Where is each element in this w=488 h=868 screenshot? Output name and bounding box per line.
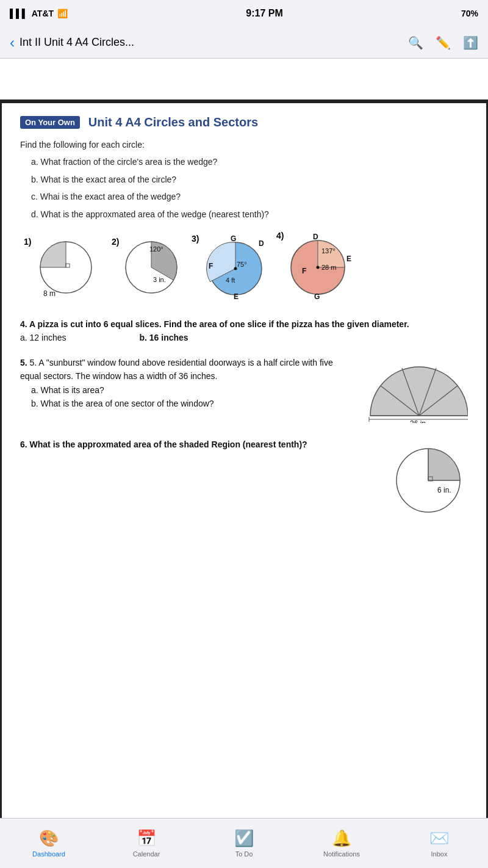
p5-image: 36 in. — [364, 356, 468, 427]
svg-text:4 ft: 4 ft — [226, 277, 235, 284]
status-time: 9:17 PM — [246, 8, 282, 19]
tab-dashboard[interactable]: 🎨 Dashboard — [18, 829, 79, 858]
svg-text:D: D — [313, 233, 318, 241]
svg-text:3 in.: 3 in. — [153, 276, 166, 283]
svg-text:G: G — [314, 292, 320, 299]
p5-a: a. What is its area? — [31, 383, 356, 397]
svg-text:E: E — [346, 255, 351, 263]
instruction-a: a. What fraction of the circle's area is… — [31, 155, 468, 168]
section-header: On Your Own Unit 4 A4 Circles and Sector… — [20, 115, 468, 129]
tab-calendar-label: Calendar — [133, 850, 160, 858]
svg-text:28 m: 28 m — [321, 264, 336, 271]
diagram-1: 1) 8 m — [32, 238, 99, 299]
dashboard-icon: 🎨 — [39, 829, 59, 848]
notifications-icon: 🔔 — [332, 829, 351, 848]
tab-inbox-label: Inbox — [431, 850, 448, 858]
signal-icon: ▌▌▌ — [10, 9, 28, 18]
p4-b: b. 16 inches — [140, 331, 188, 344]
p4-text: 4. A pizza is cut into 6 equal slices. F… — [20, 319, 409, 329]
diagram-2-num: 2) — [112, 237, 119, 247]
p4-a: a. 12 inches — [20, 331, 66, 344]
carrier-label: AT&T — [32, 9, 54, 18]
svg-text:8 m: 8 m — [43, 289, 56, 298]
tab-notifications-label: Notifications — [323, 850, 360, 858]
status-bar: ▌▌▌ AT&T 📶 9:17 PM 70% — [0, 0, 488, 27]
p6-text-block: 6. What is the approxmated area of the s… — [20, 438, 380, 451]
diagram-3-num: 3) — [192, 234, 199, 244]
sunburst-svg: 36 in. — [364, 356, 468, 423]
tab-notifications[interactable]: 🔔 Notifications — [311, 829, 372, 858]
nav-title: Int II Unit 4 A4 Circles... — [20, 36, 408, 49]
problem-4: 4. A pizza is cut into 6 equal slices. F… — [20, 317, 468, 345]
instruction-b: b. What is the exact area of the circle? — [31, 173, 468, 186]
instruction-d: d. What is the approxmated area of the w… — [31, 208, 468, 221]
search-icon[interactable]: 🔍 — [408, 35, 423, 50]
svg-text:D: D — [259, 239, 264, 248]
svg-point-21 — [317, 266, 320, 269]
on-your-own-badge: On Your Own — [20, 116, 80, 129]
section-title: Unit 4 A4 Circles and Sectors — [88, 115, 258, 129]
diagrams-row: 1) 8 m 2) 120° 3 in. 3) — [20, 232, 468, 299]
instructions: Find the following for each circle: a. W… — [20, 138, 468, 221]
edit-icon[interactable]: ✏️ — [436, 35, 451, 50]
nav-icons: 🔍 ✏️ ⬆️ — [408, 35, 478, 50]
status-carrier: ▌▌▌ AT&T 📶 — [10, 9, 68, 18]
p5-b: b. What is the area of one sector of the… — [31, 397, 356, 410]
status-battery: 70% — [461, 9, 478, 18]
back-button[interactable]: ‹ — [10, 34, 15, 51]
svg-text:E: E — [234, 292, 239, 299]
svg-text:G: G — [231, 235, 236, 243]
tab-dashboard-label: Dashboard — [32, 850, 65, 858]
share-icon[interactable]: ⬆️ — [463, 35, 478, 50]
problem-6: 6. What is the approxmated area of the s… — [20, 438, 468, 527]
tab-calendar[interactable]: 📅 Calendar — [116, 829, 177, 858]
todo-icon: ☑️ — [234, 829, 254, 848]
tab-bar: 🎨 Dashboard 📅 Calendar ☑️ To Do 🔔 Notifi… — [0, 818, 488, 868]
diagram-4: 4) D E F G 137° 28 m — [282, 232, 356, 299]
diagram-4-svg: D E F G 137° 28 m — [282, 232, 356, 299]
p5-text-block: 5. 5. A "sunburst" window found above re… — [20, 356, 356, 411]
diagram-1-num: 1) — [24, 237, 31, 247]
diagram-3: 3) G D F E 75° 4 ft — [200, 235, 270, 299]
p6-image: 6 in. — [389, 438, 468, 527]
svg-text:36 in.: 36 in. — [410, 419, 428, 423]
p5-text: 5. A "sunburst" window found above resid… — [20, 358, 333, 381]
wifi-icon: 📶 — [57, 9, 68, 18]
svg-text:137°: 137° — [321, 247, 336, 255]
main-content: On Your Own Unit 4 A4 Circles and Sector… — [0, 101, 488, 834]
tab-inbox[interactable]: ✉️ Inbox — [409, 829, 470, 858]
svg-rect-1 — [66, 264, 70, 267]
diagram-4-num: 4) — [276, 231, 284, 241]
problem-5: 5. 5. A "sunburst" window found above re… — [20, 356, 468, 427]
diagram-3-svg: G D F E 75° 4 ft — [200, 235, 270, 299]
p5-num: 5. — [20, 358, 27, 367]
svg-text:75°: 75° — [237, 261, 247, 268]
inbox-icon: ✉️ — [429, 829, 449, 848]
white-band — [0, 59, 488, 101]
p6-text: 6. What is the approxmated area of the s… — [20, 439, 307, 449]
svg-text:F: F — [302, 267, 306, 275]
p4-b-text: b. 16 inches — [140, 333, 188, 342]
svg-text:6 in.: 6 in. — [437, 486, 451, 494]
nav-bar: ‹ Int II Unit 4 A4 Circles... 🔍 ✏️ ⬆️ — [0, 27, 488, 59]
tab-todo[interactable]: ☑️ To Do — [214, 829, 274, 858]
diagram-1-svg: 8 m — [32, 238, 99, 299]
diagram-2-svg: 120° 3 in. — [118, 238, 185, 299]
svg-text:F: F — [209, 262, 213, 270]
instruction-intro: Find the following for each circle: — [20, 138, 468, 151]
svg-text:120°: 120° — [149, 245, 163, 253]
diagram-2: 2) 120° 3 in. — [118, 238, 185, 299]
p6-svg: 6 in. — [389, 438, 468, 523]
instruction-c: c. Whai is the exact area of the wedge? — [31, 190, 468, 203]
svg-point-13 — [234, 267, 237, 270]
calendar-icon: 📅 — [137, 829, 156, 848]
tab-todo-label: To Do — [235, 850, 253, 858]
